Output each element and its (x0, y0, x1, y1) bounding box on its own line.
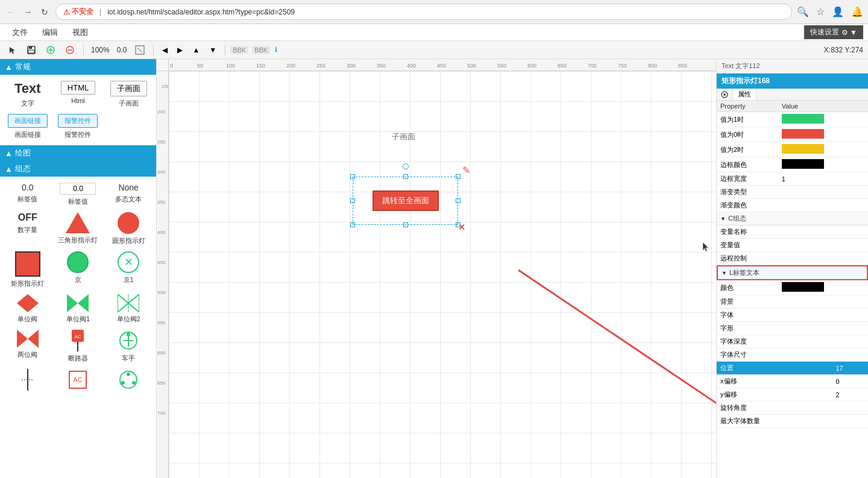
prop-remote-value[interactable] (841, 252, 868, 265)
c-collapse-arrow: ▼ (720, 216, 726, 222)
prop-border-color-value[interactable] (778, 157, 868, 172)
component-labelval2[interactable]: 标签值 (55, 183, 101, 206)
handle-rotate[interactable] (403, 163, 409, 169)
component-circle[interactable]: 圆形指示灯 (105, 212, 151, 245)
svg-text:AC: AC (75, 334, 81, 339)
section-l-header[interactable]: ▼ L标签文本 (717, 265, 868, 280)
prop-maxfont-value[interactable] (832, 415, 868, 428)
notification-icon[interactable]: 🔔 (851, 6, 863, 17)
nav-down[interactable]: ▼ (206, 45, 220, 55)
prop-position-value[interactable]: 17 (832, 362, 868, 375)
breaker-label: 断路器 (68, 354, 88, 363)
menu-edit[interactable]: 编辑 (35, 25, 65, 40)
component-text[interactable]: Text 文字 (5, 81, 51, 108)
prop-color-value[interactable] (778, 280, 868, 295)
prop-row-val0: 值为0时 (717, 127, 868, 142)
prop-var-value-val[interactable] (841, 239, 868, 252)
account-icon[interactable]: 👤 (832, 6, 844, 17)
component-jing[interactable]: 京 (55, 251, 101, 288)
forward-button[interactable]: → (22, 6, 34, 18)
color-swatch-red (782, 129, 824, 139)
component-jing1[interactable]: ✕ 京1 (105, 251, 151, 288)
component-valve3[interactable]: 单位阀2 (105, 294, 151, 324)
prop-bg-value[interactable] (778, 295, 868, 309)
canvas-area[interactable]: 子画面 (169, 71, 716, 478)
prop-border-width-value[interactable]: 1 (778, 172, 868, 186)
canvas-red-button[interactable]: 跳转至全画面 (373, 190, 439, 211)
component-labelval1[interactable]: 0.0 标签值 (5, 183, 51, 206)
off-label: 数字量 (17, 225, 37, 234)
component-more3[interactable] (105, 369, 151, 393)
back-button[interactable]: ← (5, 6, 17, 18)
nav-up[interactable]: ▲ (189, 45, 203, 55)
selected-title-text: 矩形指示灯168 (722, 77, 770, 85)
html-button[interactable]: HTML (61, 81, 95, 95)
save-tool[interactable] (23, 44, 40, 56)
component-breaker[interactable]: AC DC 断路器 (55, 330, 101, 363)
nav-left[interactable]: ◀ (159, 45, 171, 55)
sep3 (225, 45, 225, 55)
component-valve2[interactable]: 单位阀1 (55, 294, 101, 324)
fit-tool[interactable] (131, 44, 148, 56)
prop-row-position: 位置 17 (717, 362, 868, 375)
section-c-header[interactable]: ▼ C组态 (717, 212, 868, 225)
component-off[interactable]: OFF 数字量 (5, 212, 51, 245)
section-common[interactable]: ▲ 常规 (0, 59, 156, 75)
section-drawing[interactable]: ▲ 绘图 (0, 145, 156, 161)
svg-text:250: 250 (157, 139, 166, 145)
tab-icon-settings[interactable] (717, 89, 733, 100)
remove-tool[interactable] (61, 44, 78, 56)
prop-border-color-name: 边框颜色 (717, 157, 778, 172)
prop-fontstyle-value[interactable] (778, 322, 868, 335)
component-more2[interactable]: AC (55, 369, 101, 393)
zifm-button[interactable]: 子画面 (110, 81, 147, 96)
page-link-button[interactable]: 画面链接 (8, 114, 48, 128)
prop-val0-value[interactable] (778, 127, 868, 142)
nav-right[interactable]: ▶ (174, 45, 186, 55)
address-bar[interactable]: ⚠ 不安全 | iot.idosp.net/html/scada/editor.… (55, 4, 792, 20)
labelval2-input[interactable] (60, 183, 96, 195)
delete-handle[interactable]: ✕ (458, 222, 465, 232)
alarm-button[interactable]: 报警控件 (58, 114, 98, 128)
component-valve1[interactable]: 单位阀 (5, 294, 51, 324)
component-zifm[interactable]: 子画面 子画面 (105, 81, 151, 108)
selected-element-group[interactable]: ✎ 跳转至全画面 ✕ (353, 177, 458, 225)
prop-val2-value[interactable] (778, 142, 868, 157)
jing-icon (67, 251, 89, 273)
select-tool[interactable] (5, 45, 20, 55)
component-multistate[interactable]: None 多态文本 (105, 183, 151, 206)
reload-button[interactable]: ↻ (39, 6, 51, 18)
carhand-label: 车手 (122, 354, 135, 363)
prop-yoffset-value[interactable]: 2 (832, 388, 868, 401)
state-collapse-icon: ▲ (5, 165, 13, 174)
prop-fontdepth-value[interactable] (778, 335, 868, 348)
text-label: 文字 (21, 99, 34, 108)
prop-font-value[interactable] (778, 309, 868, 322)
prop-fontsize-value[interactable] (778, 348, 868, 362)
add-tool[interactable] (42, 44, 59, 56)
bookmark-icon[interactable]: ☆ (816, 6, 825, 17)
prop-var-name-value[interactable] (841, 225, 868, 239)
menu-file[interactable]: 文件 (5, 25, 35, 40)
component-pagelk[interactable]: 画面链接 画面链接 (5, 114, 51, 139)
edit-icon[interactable]: ✎ (462, 165, 470, 176)
component-more1[interactable] (5, 369, 51, 393)
tab-properties[interactable]: 属性 (733, 89, 756, 100)
component-twovalve[interactable]: 两位阀 (5, 330, 51, 363)
right-panel-header: Text 文字112 (717, 59, 868, 74)
prop-val1-value[interactable] (778, 112, 868, 127)
page-link-label: 画面链接 (14, 130, 41, 139)
prop-xoffset-value[interactable]: 0 (832, 375, 868, 388)
prop-gradient-type-value[interactable] (778, 186, 868, 199)
section-state[interactable]: ▲ 组态 (0, 161, 156, 177)
menu-view[interactable]: 视图 (65, 25, 95, 40)
component-html[interactable]: HTML Html (55, 81, 101, 108)
component-triangle[interactable]: 三角形指示灯 (55, 212, 101, 245)
component-rect[interactable]: 矩形指示灯 (5, 251, 51, 288)
component-carhand[interactable]: 车手 (105, 330, 151, 363)
prop-rotation-value[interactable] (832, 401, 868, 415)
search-icon[interactable]: 🔍 (797, 6, 809, 17)
prop-gradient-color-value[interactable] (778, 199, 868, 212)
component-alarm[interactable]: 报警控件 报警控件 (55, 114, 101, 139)
quick-settings-button[interactable]: 快速设置 ⚙ ▼ (804, 25, 863, 39)
